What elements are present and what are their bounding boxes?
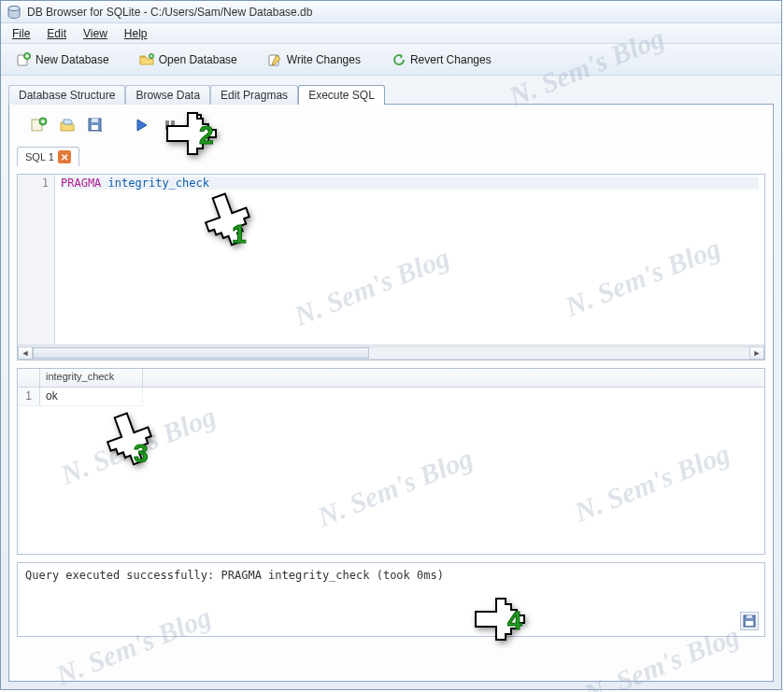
result-row-1-num: 1 [18, 388, 40, 406]
revert-changes-button[interactable]: Revert Changes [385, 49, 497, 70]
save-results-icon[interactable] [740, 612, 759, 630]
execute-sql-icon[interactable] [133, 116, 151, 134]
status-message: Query executed successfully: PRAGMA inte… [25, 569, 444, 582]
svg-rect-10 [92, 119, 98, 122]
execute-sql-panel: SQL 1 ✕ 1 PRAGMA integrity_check ◄ ► [8, 104, 774, 682]
editor-gutter: 1 [18, 175, 55, 345]
tab-execute-sql[interactable]: Execute SQL [298, 85, 385, 105]
write-changes-button[interactable]: Write Changes [262, 49, 366, 70]
result-header-row: integrity_check [18, 369, 764, 388]
stop-sql-icon[interactable] [161, 116, 179, 134]
menubar: File Edit View Help [1, 23, 781, 44]
open-database-button[interactable]: Open Database [134, 49, 243, 70]
open-database-label: Open Database [159, 53, 237, 66]
save-sql-icon[interactable] [86, 116, 105, 134]
menu-file[interactable]: File [5, 25, 37, 42]
svg-rect-9 [92, 125, 98, 130]
open-database-icon [139, 52, 154, 67]
svg-rect-15 [747, 615, 752, 618]
sql-tab-1[interactable]: SQL 1 ✕ [17, 147, 79, 166]
app-window: DB Browser for SQLite - C:/Users/Sam/New… [0, 0, 782, 690]
result-row-1-val: ok [40, 388, 143, 406]
tab-database-structure[interactable]: Database Structure [8, 85, 125, 105]
main-tabstrip: Database Structure Browse Data Edit Prag… [8, 81, 774, 104]
new-database-label: New Database [36, 53, 109, 66]
editor-horizontal-scrollbar[interactable]: ◄ ► [18, 345, 764, 360]
result-row-1[interactable]: 1 ok [18, 388, 764, 406]
scroll-right-icon[interactable]: ► [749, 346, 764, 360]
new-database-button[interactable]: New Database [10, 49, 115, 70]
window-title: DB Browser for SQLite - C:/Users/Sam/New… [27, 6, 312, 19]
status-pane: Query executed successfully: PRAGMA inte… [17, 562, 765, 637]
svg-rect-14 [746, 621, 753, 626]
titlebar: DB Browser for SQLite - C:/Users/Sam/New… [1, 1, 781, 23]
tab-browse-data[interactable]: Browse Data [125, 85, 210, 105]
result-header-col1[interactable]: integrity_check [40, 369, 143, 387]
tab-edit-pragmas[interactable]: Edit Pragmas [210, 85, 298, 105]
sql-editor[interactable]: 1 PRAGMA integrity_check ◄ ► [17, 174, 765, 360]
new-database-icon [16, 52, 31, 67]
svg-rect-11 [165, 120, 169, 130]
menu-help[interactable]: Help [117, 25, 155, 42]
sql-tab-1-label: SQL 1 [25, 151, 54, 162]
svg-point-1 [8, 6, 20, 10]
revert-changes-icon [391, 52, 406, 67]
result-grid: integrity_check 1 ok [17, 368, 765, 555]
sql-toolbar [17, 112, 765, 138]
scroll-thumb[interactable] [33, 347, 369, 359]
menu-view[interactable]: View [76, 25, 115, 42]
app-icon [7, 5, 21, 20]
new-sql-tab-icon[interactable] [30, 116, 49, 134]
revert-changes-label: Revert Changes [410, 53, 492, 66]
open-sql-file-icon[interactable] [58, 116, 77, 134]
sql-tabstrip: SQL 1 ✕ [17, 146, 765, 166]
write-changes-label: Write Changes [287, 53, 361, 66]
write-changes-icon [267, 52, 282, 67]
main-toolbar: New Database Open Database Write Changes… [1, 44, 781, 76]
close-tab-icon[interactable]: ✕ [58, 150, 71, 163]
svg-rect-12 [171, 120, 175, 130]
editor-code[interactable]: PRAGMA integrity_check [55, 175, 764, 345]
content-area: Database Structure Browse Data Edit Prag… [1, 76, 781, 689]
menu-edit[interactable]: Edit [39, 25, 74, 42]
scroll-left-icon[interactable]: ◄ [18, 346, 33, 360]
result-header-rownum [18, 369, 40, 387]
